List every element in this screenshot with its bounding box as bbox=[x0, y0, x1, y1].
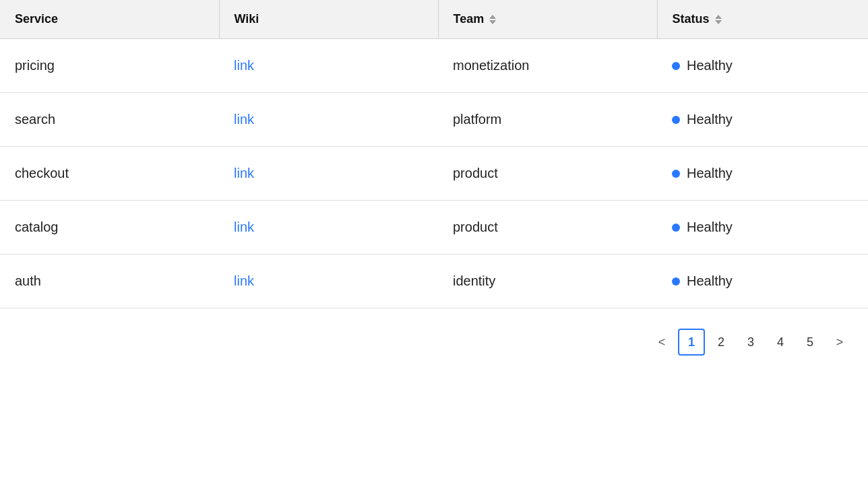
wiki-link[interactable]: link bbox=[234, 220, 254, 234]
header-status-label: Status bbox=[673, 12, 710, 26]
status-cell: Healthy bbox=[657, 147, 868, 201]
status-dot bbox=[672, 224, 680, 232]
service-cell: checkout bbox=[0, 147, 219, 201]
main-container: Service Wiki Team Statu bbox=[0, 0, 868, 501]
status-dot bbox=[672, 116, 680, 124]
service-cell: search bbox=[0, 93, 219, 147]
team-cell: platform bbox=[438, 93, 657, 147]
header-team[interactable]: Team bbox=[438, 0, 657, 39]
page-3-button[interactable]: 3 bbox=[737, 329, 764, 356]
team-cell: product bbox=[438, 201, 657, 255]
wiki-link[interactable]: link bbox=[234, 112, 254, 127]
status-dot bbox=[672, 170, 680, 178]
page-5-button[interactable]: 5 bbox=[797, 329, 824, 356]
pagination: < 1 2 3 4 5 > bbox=[0, 308, 868, 376]
status-label: Healthy bbox=[687, 220, 733, 235]
service-cell: auth bbox=[0, 255, 219, 308]
wiki-cell: link bbox=[219, 147, 438, 201]
sort-team-icon[interactable] bbox=[489, 15, 496, 24]
status-cell: Healthy bbox=[657, 255, 868, 308]
wiki-cell: link bbox=[219, 39, 438, 93]
table-row: checkout link product Healthy bbox=[0, 147, 868, 201]
team-name: monetization bbox=[453, 58, 529, 73]
service-cell: catalog bbox=[0, 201, 219, 255]
services-table: Service Wiki Team Statu bbox=[0, 0, 868, 308]
wiki-cell: link bbox=[219, 255, 438, 308]
status-cell: Healthy bbox=[657, 39, 868, 93]
wiki-link[interactable]: link bbox=[234, 166, 254, 180]
prev-page-button[interactable]: < bbox=[648, 329, 675, 356]
service-name: search bbox=[15, 112, 55, 127]
team-cell: identity bbox=[438, 255, 657, 308]
table-row: catalog link product Healthy bbox=[0, 201, 868, 255]
team-name: product bbox=[453, 220, 498, 234]
team-cell: product bbox=[438, 147, 657, 201]
status-label: Healthy bbox=[687, 58, 733, 73]
page-1-button[interactable]: 1 bbox=[678, 329, 705, 356]
team-name: platform bbox=[453, 112, 501, 127]
table-row: search link platform Healthy bbox=[0, 93, 868, 147]
table-row: auth link identity Healthy bbox=[0, 255, 868, 308]
team-cell: monetization bbox=[438, 39, 657, 93]
wiki-link[interactable]: link bbox=[234, 273, 254, 288]
service-name: pricing bbox=[15, 58, 55, 73]
header-wiki-label: Wiki bbox=[235, 12, 259, 26]
service-name: checkout bbox=[15, 166, 69, 180]
page-4-button[interactable]: 4 bbox=[767, 329, 794, 356]
next-page-button[interactable]: > bbox=[826, 329, 853, 356]
header-service: Service bbox=[0, 0, 219, 39]
team-name: product bbox=[453, 166, 498, 180]
header-status[interactable]: Status bbox=[657, 0, 868, 39]
wiki-cell: link bbox=[219, 201, 438, 255]
header-service-label: Service bbox=[15, 12, 58, 26]
status-label: Healthy bbox=[687, 273, 733, 289]
header-team-label: Team bbox=[454, 12, 485, 26]
service-name: auth bbox=[15, 273, 41, 288]
service-cell: pricing bbox=[0, 39, 219, 93]
status-dot bbox=[672, 277, 680, 286]
page-2-button[interactable]: 2 bbox=[708, 329, 735, 356]
status-label: Healthy bbox=[687, 166, 733, 181]
sort-status-icon[interactable] bbox=[715, 15, 722, 24]
team-name: identity bbox=[453, 273, 495, 288]
status-label: Healthy bbox=[687, 112, 733, 127]
status-cell: Healthy bbox=[657, 93, 868, 147]
wiki-link[interactable]: link bbox=[234, 58, 254, 73]
status-cell: Healthy bbox=[657, 201, 868, 255]
status-dot bbox=[672, 62, 680, 70]
header-wiki: Wiki bbox=[219, 0, 438, 39]
wiki-cell: link bbox=[219, 93, 438, 147]
service-name: catalog bbox=[15, 220, 59, 234]
table-header-row: Service Wiki Team Statu bbox=[0, 0, 868, 39]
table-row: pricing link monetization Healthy bbox=[0, 39, 868, 93]
